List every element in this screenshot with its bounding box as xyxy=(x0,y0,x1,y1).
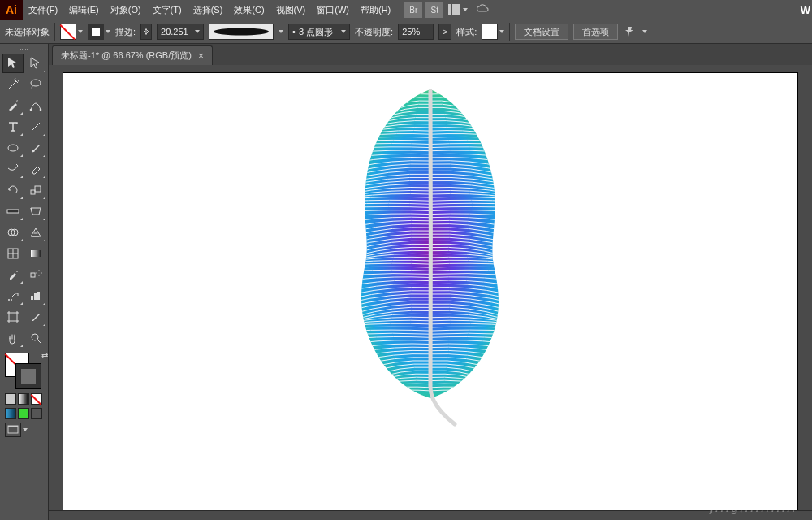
workspace-label[interactable]: W xyxy=(801,4,810,16)
stroke-weight-input[interactable] xyxy=(157,24,204,40)
svg-rect-6 xyxy=(31,190,35,194)
blend-tool[interactable] xyxy=(25,265,46,284)
svg-line-23 xyxy=(37,340,41,343)
svg-rect-13 xyxy=(31,250,41,257)
curvature-tool[interactable] xyxy=(25,96,46,115)
width-tool[interactable] xyxy=(2,202,24,221)
fill-stroke-control[interactable]: ⇄ xyxy=(5,353,44,388)
color-mode-solid[interactable] xyxy=(5,393,16,405)
document-tab[interactable]: 未标题-1* @ 66.67% (RGB/预览) × xyxy=(52,46,213,65)
pencil-tool[interactable] xyxy=(2,159,24,179)
svg-rect-18 xyxy=(31,296,33,300)
symbol-sprayer-tool[interactable] xyxy=(2,286,24,306)
document-tabs: 未标题-1* @ 66.67% (RGB/预览) × xyxy=(49,44,812,65)
sync-settings-icon[interactable] xyxy=(476,3,490,16)
menu-window[interactable]: 窗口(W) xyxy=(311,1,355,19)
hand-tool[interactable] xyxy=(2,328,24,348)
svg-point-2 xyxy=(30,109,32,111)
free-transform-tool[interactable] xyxy=(25,202,46,221)
document-tab-title: 未标题-1* @ 66.67% (RGB/预览) xyxy=(61,50,192,62)
svg-rect-14 xyxy=(31,273,35,277)
selection-tool[interactable] xyxy=(2,54,24,73)
menu-select[interactable]: 选择(S) xyxy=(188,1,229,19)
menu-bar: Ai 文件(F) 编辑(E) 对象(O) 文字(T) 选择(S) 效果(C) 视… xyxy=(0,0,812,20)
document-area: 未标题-1* @ 66.67% (RGB/预览) × xyxy=(49,44,812,520)
horizontal-scrollbar[interactable] xyxy=(49,510,812,520)
gradient-tool[interactable] xyxy=(25,244,46,263)
paintbrush-tool[interactable] xyxy=(25,138,46,158)
draw-normal[interactable] xyxy=(5,408,16,419)
svg-point-15 xyxy=(37,271,41,275)
rotate-tool[interactable] xyxy=(2,180,24,200)
stroke-label: 描边: xyxy=(115,26,136,38)
draw-inside[interactable] xyxy=(31,408,42,419)
menu-help[interactable]: 帮助(H) xyxy=(355,1,396,19)
variable-width-profile[interactable]: • 3 点圆形 xyxy=(288,24,350,40)
menu-file[interactable]: 文件(F) xyxy=(23,1,63,19)
panel-grip-icon[interactable] xyxy=(0,46,48,52)
svg-point-5 xyxy=(8,145,18,151)
color-mode-gradient[interactable] xyxy=(18,393,29,405)
svg-point-17 xyxy=(11,299,12,301)
menu-object[interactable]: 对象(O) xyxy=(105,1,147,19)
color-mode-none[interactable] xyxy=(31,393,42,405)
draw-mode-row xyxy=(0,406,48,421)
stroke-box[interactable] xyxy=(16,364,41,388)
preferences-button[interactable]: 首选项 xyxy=(573,24,618,40)
mesh-tool[interactable] xyxy=(2,244,24,263)
svg-point-16 xyxy=(8,299,10,301)
brush-definition-dropdown[interactable] xyxy=(209,24,274,40)
opacity-arrow[interactable]: > xyxy=(438,24,451,40)
menu-view[interactable]: 视图(V) xyxy=(270,1,312,19)
bridge-icon[interactable]: Br xyxy=(404,2,422,18)
selection-status: 未选择对象 xyxy=(5,26,50,38)
ellipse-tool[interactable] xyxy=(2,138,24,158)
document-setup-button[interactable]: 文档设置 xyxy=(515,24,568,40)
fill-swatch[interactable] xyxy=(60,24,83,40)
artwork-feather[interactable] xyxy=(325,84,536,434)
svg-rect-25 xyxy=(8,426,18,427)
pin-icon[interactable] xyxy=(623,24,637,39)
menu-effect[interactable]: 效果(C) xyxy=(228,1,270,19)
magic-wand-tool[interactable] xyxy=(2,75,24,94)
lasso-tool[interactable] xyxy=(25,75,46,94)
scale-tool[interactable] xyxy=(25,180,46,200)
draw-behind[interactable] xyxy=(18,408,29,419)
menu-edit[interactable]: 编辑(E) xyxy=(63,1,105,19)
svg-rect-20 xyxy=(37,292,40,300)
graphic-style-swatch[interactable] xyxy=(482,24,504,40)
menu-type[interactable]: 文字(T) xyxy=(147,1,188,19)
artboard-tool[interactable] xyxy=(2,307,24,327)
brush-dropdown-arrow[interactable] xyxy=(279,30,283,33)
artboard[interactable] xyxy=(63,73,797,510)
zoom-tool[interactable] xyxy=(25,328,46,348)
line-tool[interactable] xyxy=(25,117,46,136)
arrange-documents-icon[interactable] xyxy=(448,2,473,17)
eraser-tool[interactable] xyxy=(25,159,46,179)
watermark-text: j...g,.......... xyxy=(710,500,797,515)
direct-selection-tool[interactable] xyxy=(25,54,46,73)
control-bar: 未选择对象 描边: • 3 点圆形 不透明度: > 样式: 文档设置 首选项 xyxy=(0,20,812,44)
opacity-input[interactable] xyxy=(398,24,434,40)
stroke-weight-field[interactable] xyxy=(158,27,192,37)
canvas-viewport[interactable] xyxy=(49,65,812,510)
type-tool[interactable] xyxy=(2,117,24,136)
app-logo: Ai xyxy=(0,0,23,20)
column-graph-tool[interactable] xyxy=(25,286,46,306)
pin-dropdown-arrow[interactable] xyxy=(642,30,647,33)
svg-line-4 xyxy=(32,123,40,131)
stock-icon[interactable]: St xyxy=(425,2,443,18)
opacity-field[interactable] xyxy=(399,27,433,37)
swap-fill-stroke-icon[interactable]: ⇄ xyxy=(41,351,48,360)
shape-builder-tool[interactable] xyxy=(2,223,24,242)
perspective-grid-tool[interactable] xyxy=(25,223,46,242)
screen-mode-button[interactable] xyxy=(5,422,21,437)
slice-tool[interactable] xyxy=(25,307,46,327)
eyedropper-tool[interactable] xyxy=(2,265,24,284)
screen-mode-dropdown[interactable] xyxy=(23,428,28,431)
pen-tool[interactable] xyxy=(2,96,24,115)
stroke-decrease[interactable] xyxy=(140,24,152,40)
stroke-swatch[interactable] xyxy=(88,24,110,40)
svg-rect-21 xyxy=(9,313,17,321)
close-tab-icon[interactable]: × xyxy=(198,50,204,62)
